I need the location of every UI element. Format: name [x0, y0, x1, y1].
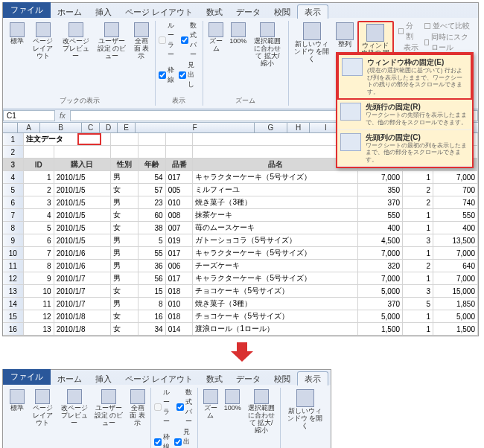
cell[interactable]: 15,000: [433, 285, 477, 298]
cell[interactable]: 15: [138, 285, 165, 298]
fx-icon[interactable]: fx: [55, 112, 70, 120]
cell[interactable]: チョコケーキ（5号サイズ）: [193, 310, 358, 323]
cell[interactable]: 5: [403, 298, 433, 310]
cell[interactable]: 苺のムースケーキ: [193, 222, 358, 234]
cell[interactable]: 16: [138, 310, 165, 323]
cell[interactable]: 女: [111, 209, 138, 222]
freeze-option-1[interactable]: 先頭行の固定(R)ワークシートの先頭行を表示したままで、他の部分をスクロールでき…: [337, 100, 472, 129]
cell[interactable]: ガトーショコラ（5号サイズ）: [193, 234, 358, 247]
cell[interactable]: 23: [138, 196, 165, 209]
cell[interactable]: 550: [358, 209, 403, 222]
zoom-button[interactable]: ズーム: [206, 21, 226, 69]
tab-ホーム[interactable]: ホーム: [51, 5, 89, 19]
cell[interactable]: 女: [111, 184, 138, 196]
tab-校閲[interactable]: 校閲: [267, 5, 297, 19]
pagelayout-button[interactable]: ページ レイアウト: [28, 388, 57, 429]
cell[interactable]: 2: [403, 196, 433, 209]
cell[interactable]: 36: [138, 260, 165, 272]
cell[interactable]: 5,000: [358, 285, 403, 298]
cell[interactable]: 男: [111, 272, 138, 285]
cell[interactable]: 2: [403, 260, 433, 272]
cell[interactable]: 6: [23, 234, 54, 247]
cell[interactable]: 017: [165, 272, 193, 285]
cell[interactable]: 3: [403, 285, 433, 298]
cell[interactable]: 男: [111, 196, 138, 209]
cell[interactable]: 740: [433, 196, 477, 209]
column-header[interactable]: 品名: [193, 159, 358, 171]
cell[interactable]: 2010/1/5: [54, 196, 110, 209]
cell[interactable]: 13: [23, 323, 54, 336]
cell[interactable]: 320: [358, 260, 403, 272]
cell[interactable]: 38: [138, 222, 165, 234]
cell[interactable]: 9: [23, 272, 54, 285]
cell[interactable]: 男: [111, 247, 138, 260]
cell[interactable]: 渡浪ロール（1ロール）: [193, 323, 358, 336]
cell[interactable]: 女: [111, 222, 138, 234]
normal-button[interactable]: 標準: [7, 388, 27, 429]
cell[interactable]: 焼き菓子（3種）: [193, 196, 358, 209]
tab-表示[interactable]: 表示: [297, 4, 328, 19]
cell[interactable]: 1: [403, 310, 433, 323]
cell[interactable]: 018: [165, 285, 193, 298]
zoomsel-button[interactable]: 選択範囲に合わせて 拡大/縮小: [245, 388, 277, 436]
cell[interactable]: 2010/1/5: [54, 234, 110, 247]
cell[interactable]: 1: [403, 209, 433, 222]
table-row[interactable]: 14112010/1/7男8010焼き菓子（3種）37051,850: [3, 298, 478, 310]
cell[interactable]: 2: [23, 184, 54, 196]
cell[interactable]: 7,000: [433, 272, 477, 285]
cell[interactable]: 2010/1/7: [54, 272, 110, 285]
headings-checkbox[interactable]: 見出し: [174, 427, 194, 448]
cell[interactable]: 700: [433, 184, 477, 196]
cell[interactable]: 006: [165, 260, 193, 272]
cell[interactable]: 男: [111, 298, 138, 310]
column-header[interactable]: 品番: [165, 159, 193, 171]
cell[interactable]: 男: [111, 234, 138, 247]
cell[interactable]: 2: [403, 184, 433, 196]
tab-挿入[interactable]: 挿入: [89, 372, 118, 385]
cell[interactable]: チョコケーキ（5号サイズ）: [193, 285, 358, 298]
cell[interactable]: 7,000: [433, 171, 477, 184]
col-header[interactable]: B: [40, 123, 82, 132]
cell[interactable]: 5,000: [358, 310, 403, 323]
table-row[interactable]: 13102010/1/7女15018チョコケーキ（5号サイズ）5,000315,…: [3, 285, 478, 298]
cell[interactable]: 2010/1/5: [54, 209, 110, 222]
column-header[interactable]: ID: [23, 159, 54, 171]
grid-checkbox[interactable]: 枠線: [154, 427, 170, 448]
table-row[interactable]: 15122010/1/8女16018チョコケーキ（5号サイズ）5,00015,0…: [3, 310, 478, 323]
zoomsel-button[interactable]: 選択範囲に合わせて 拡大/縮小: [250, 21, 285, 69]
cell[interactable]: 7,000: [433, 247, 477, 260]
cell[interactable]: 7: [23, 247, 54, 260]
cell[interactable]: 550: [433, 209, 477, 222]
cell[interactable]: 57: [138, 184, 165, 196]
table-row[interactable]: 852010/1/5女38007苺のムースケーキ4001400: [3, 222, 478, 234]
col-header[interactable]: E: [118, 123, 136, 132]
cell[interactable]: 4: [23, 209, 54, 222]
cell[interactable]: 10: [23, 285, 54, 298]
column-header[interactable]: 購入日: [54, 159, 110, 171]
tab-ページ レイアウト[interactable]: ページ レイアウト: [118, 5, 200, 19]
grid-checkbox[interactable]: 枠線: [159, 60, 175, 89]
tab-校閲[interactable]: 校閲: [267, 372, 297, 385]
cell[interactable]: 017: [165, 247, 193, 260]
custom-button[interactable]: ユーザー設定 のビュー: [92, 388, 126, 429]
cell[interactable]: 抹茶ケーキ: [193, 209, 358, 222]
freeze-option-0[interactable]: ウィンドウ枠の固定(E)(現在の選択範囲に基づいて) 行および列を表示したままで…: [337, 54, 472, 100]
cell[interactable]: 2010/1/7: [54, 285, 110, 298]
column-header[interactable]: 年齢: [138, 159, 165, 171]
table-row[interactable]: 1292010/1/7男56017キャラクターケーキ（5号サイズ）7,00017…: [3, 272, 478, 285]
cell[interactable]: 1,850: [433, 298, 477, 310]
cell[interactable]: 7,000: [358, 247, 403, 260]
cell[interactable]: 5: [138, 234, 165, 247]
custom-button[interactable]: ユーザー設定 のビュー: [94, 21, 130, 62]
ruler-checkbox[interactable]: ルーラー: [159, 21, 177, 60]
cell[interactable]: キャラクターケーキ（5号サイズ）: [193, 171, 358, 184]
cell[interactable]: 34: [138, 323, 165, 336]
headings-checkbox[interactable]: 見出し: [179, 60, 200, 89]
z100-button[interactable]: 100%: [227, 21, 249, 69]
new-window-button[interactable]: 新しいウィンドウ を開く: [284, 388, 326, 432]
cell[interactable]: 8: [138, 298, 165, 310]
cell[interactable]: 2010/1/6: [54, 260, 110, 272]
cell[interactable]: 焼き菓子（3種）: [193, 298, 358, 310]
cell[interactable]: 350: [358, 184, 403, 196]
col-header[interactable]: D: [100, 123, 118, 132]
